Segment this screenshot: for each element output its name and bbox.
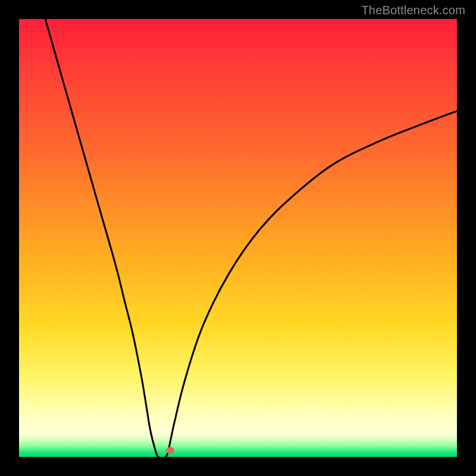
bottleneck-curve bbox=[45, 19, 457, 457]
chart-frame: TheBottleneck.com bbox=[0, 0, 476, 476]
watermark-text: TheBottleneck.com bbox=[361, 4, 465, 17]
chart-overlay bbox=[19, 19, 457, 457]
minimum-marker bbox=[166, 447, 174, 454]
plot-area bbox=[19, 19, 457, 457]
